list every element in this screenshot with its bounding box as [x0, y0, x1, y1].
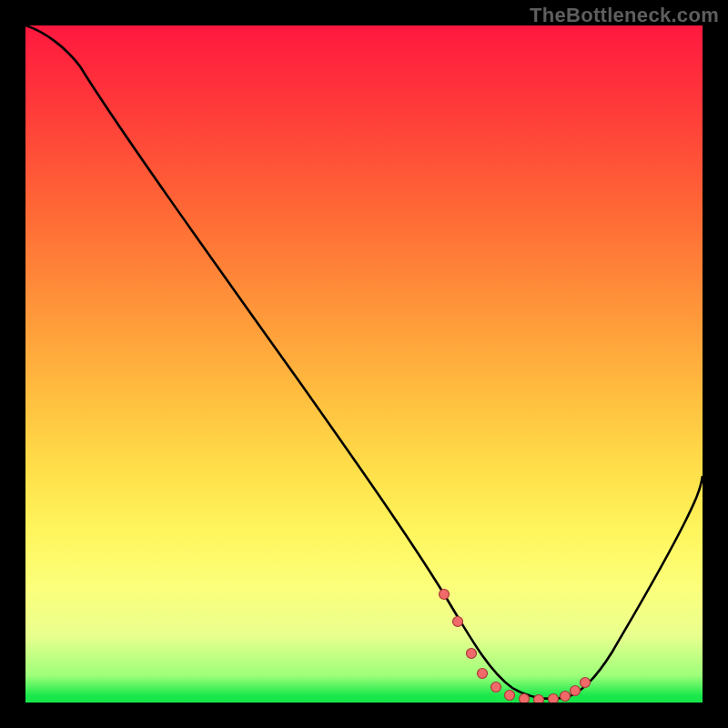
marker-dot [505, 691, 515, 701]
marker-dot [478, 669, 488, 679]
marker-dot [561, 692, 571, 702]
marker-dot [440, 590, 450, 600]
marker-dot [453, 617, 463, 627]
bottleneck-curve [25, 25, 703, 703]
plot-area [25, 25, 703, 703]
marker-dot [549, 694, 559, 703]
marker-dot [571, 686, 581, 696]
marker-dot [491, 682, 501, 693]
marker-dot [534, 695, 544, 703]
marker-dot [581, 678, 591, 688]
marker-dot [467, 649, 477, 659]
chart-container: TheBottleneck.com [0, 0, 728, 728]
marker-dot [520, 694, 530, 703]
curve-path [25, 25, 703, 699]
watermark-text: TheBottleneck.com [530, 4, 719, 27]
min-markers [440, 590, 591, 703]
